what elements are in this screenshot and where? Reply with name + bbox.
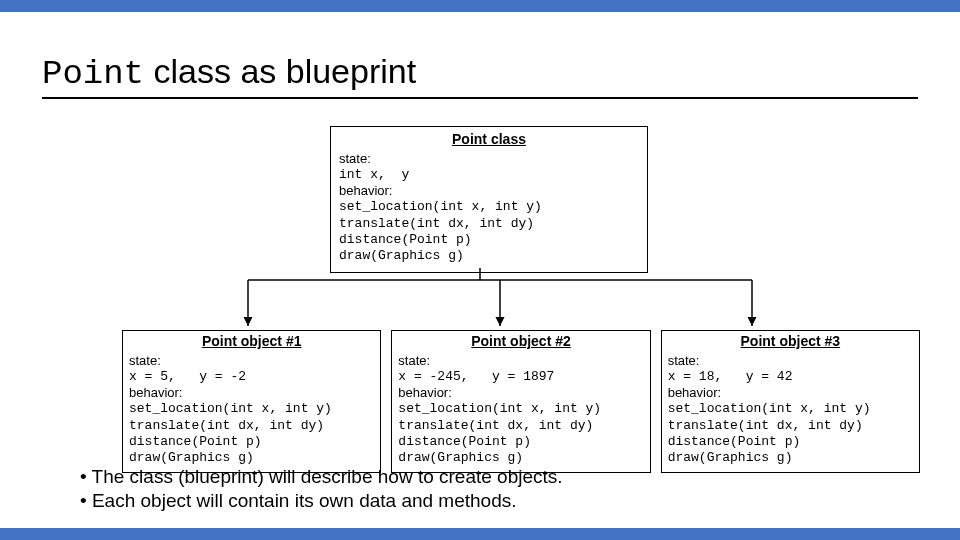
behavior-label: behavior: [129,385,374,401]
bottom-color-bar [0,528,960,540]
behavior-line: distance(Point p) [129,434,374,450]
object-box-3: Point object #3 state: x = 18, y = 42 be… [661,330,920,473]
state-label: state: [398,353,643,369]
behavior-line: set_location(int x, int y) [668,401,913,417]
state-label: state: [339,151,639,167]
behavior-line: draw(Graphics g) [668,450,913,466]
behavior-line: distance(Point p) [398,434,643,450]
behavior-line: translate(int dx, int dy) [668,418,913,434]
behavior-line: distance(Point p) [668,434,913,450]
behavior-line: set_location(int x, int y) [339,199,639,215]
behavior-line: set_location(int x, int y) [129,401,374,417]
state-code: x = 18, y = 42 [668,369,913,385]
class-box: Point class state: int x, y behavior: se… [330,126,648,273]
state-code: x = 5, y = -2 [129,369,374,385]
behavior-line: set_location(int x, int y) [398,401,643,417]
behavior-line: translate(int dx, int dy) [398,418,643,434]
state-code: int x, y [339,167,639,183]
behavior-label: behavior: [398,385,643,401]
behavior-label: behavior: [339,183,639,199]
state-label: state: [668,353,913,369]
bullet-list: The class (blueprint) will describe how … [80,465,563,513]
title-mono: Point [42,55,144,93]
behavior-line: translate(int dx, int dy) [339,216,639,232]
behavior-line: distance(Point p) [339,232,639,248]
object-title: Point object #3 [668,333,913,351]
state-label: state: [129,353,374,369]
behavior-line: draw(Graphics g) [398,450,643,466]
class-box-title: Point class [339,131,639,149]
bullet-item: Each object will contain its own data an… [80,489,563,513]
object-box-1: Point object #1 state: x = 5, y = -2 beh… [122,330,381,473]
behavior-label: behavior: [668,385,913,401]
top-color-bar [0,0,960,12]
bullet-item: The class (blueprint) will describe how … [80,465,563,489]
object-box-2: Point object #2 state: x = -245, y = 189… [391,330,650,473]
objects-row: Point object #1 state: x = 5, y = -2 beh… [122,330,920,473]
state-code: x = -245, y = 1897 [398,369,643,385]
slide-title: Point class as blueprint [42,52,918,99]
object-title: Point object #1 [129,333,374,351]
behavior-line: draw(Graphics g) [339,248,639,264]
object-title: Point object #2 [398,333,643,351]
title-rest: class as blueprint [144,52,416,90]
behavior-line: draw(Graphics g) [129,450,374,466]
behavior-line: translate(int dx, int dy) [129,418,374,434]
